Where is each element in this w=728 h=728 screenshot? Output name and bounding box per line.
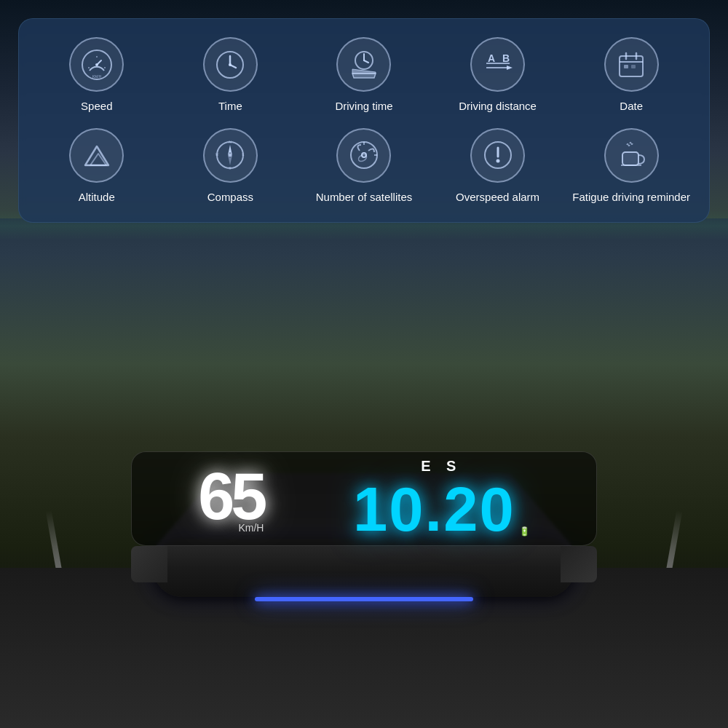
time-display: 10.20 bbox=[353, 478, 515, 540]
svg-point-1 bbox=[95, 63, 98, 66]
feature-label-fatigue: Fatigue driving reminder bbox=[572, 190, 690, 205]
svg-point-9 bbox=[229, 63, 232, 66]
hud-device bbox=[153, 539, 575, 597]
hud-screen: 65 Km/H E S 10.20 🔋 bbox=[131, 451, 597, 546]
speed-display: 65 Km/H bbox=[198, 464, 264, 534]
feature-label-driving-time: Driving time bbox=[335, 99, 392, 114]
mountain-icon bbox=[79, 138, 114, 173]
es-section: E S 10.20 🔋 bbox=[353, 458, 530, 540]
clock-icon bbox=[213, 47, 248, 82]
feature-item-date: Date bbox=[568, 37, 695, 114]
driving-distance-icon-circle: A B bbox=[470, 37, 525, 92]
svg-marker-19 bbox=[507, 66, 513, 70]
speedometer-icon-circle: KM/H bbox=[69, 37, 124, 92]
feature-label-altitude: Altitude bbox=[79, 190, 115, 205]
feature-label-satellites: Number of satellites bbox=[316, 190, 413, 205]
driving-distance-icon: A B bbox=[480, 47, 515, 82]
driving-time-icon bbox=[347, 47, 381, 82]
svg-text:N: N bbox=[229, 140, 232, 144]
feature-label-compass: Compass bbox=[207, 190, 253, 205]
svg-rect-45 bbox=[622, 152, 638, 165]
speed-unit: Km/H bbox=[238, 522, 264, 534]
calendar-icon-circle bbox=[604, 37, 659, 92]
satellite-icon-circle bbox=[336, 128, 391, 183]
hud-wing-left bbox=[131, 546, 167, 582]
alert-icon bbox=[480, 138, 515, 173]
svg-text:KM/H: KM/H bbox=[92, 74, 102, 79]
svg-text:E: E bbox=[242, 152, 245, 157]
feature-item-driving-distance: A B Driving distance bbox=[435, 37, 561, 114]
es-label: E S bbox=[421, 458, 462, 475]
coffee-icon bbox=[614, 138, 649, 173]
alert-icon-circle bbox=[470, 128, 525, 183]
feature-item-time: Time bbox=[167, 37, 294, 114]
compass-icon-circle: N S E W bbox=[203, 128, 258, 183]
svg-text:A: A bbox=[488, 52, 495, 64]
features-grid: KM/H Speed Time bbox=[33, 37, 695, 204]
speedometer-icon: KM/H bbox=[79, 47, 114, 82]
svg-marker-13 bbox=[352, 74, 376, 78]
speed-value: 65 bbox=[198, 464, 264, 529]
svg-rect-24 bbox=[624, 65, 628, 68]
feature-label-speed: Speed bbox=[81, 99, 112, 114]
svg-rect-25 bbox=[631, 65, 636, 68]
svg-point-32 bbox=[229, 154, 232, 157]
feature-label-date: Date bbox=[620, 99, 643, 114]
satellite-icon bbox=[347, 138, 381, 173]
feature-item-compass: N S E W Compass bbox=[167, 128, 294, 205]
svg-line-12 bbox=[364, 60, 368, 63]
feature-item-altitude: Altitude bbox=[33, 128, 160, 205]
feature-panel: KM/H Speed Time bbox=[18, 18, 710, 223]
coffee-icon-circle bbox=[604, 128, 659, 183]
calendar-icon bbox=[614, 47, 649, 82]
svg-text:B: B bbox=[502, 52, 510, 64]
svg-text:W: W bbox=[215, 152, 219, 157]
svg-point-44 bbox=[496, 159, 499, 163]
feature-item-satellites: Number of satellites bbox=[301, 128, 427, 205]
compass-icon: N S E W bbox=[213, 138, 248, 173]
feature-label-time: Time bbox=[218, 99, 242, 114]
hud-wing-right bbox=[561, 546, 597, 582]
feature-item-driving-time: Driving time bbox=[301, 37, 427, 114]
mountain-icon-circle bbox=[69, 128, 124, 183]
driving-time-icon-circle bbox=[336, 37, 391, 92]
feature-item-fatigue: Fatigue driving reminder bbox=[568, 128, 695, 205]
feature-label-overspeed: Overspeed alarm bbox=[456, 190, 539, 205]
feature-label-driving-distance: Driving distance bbox=[459, 99, 537, 114]
feature-item-speed: KM/H Speed bbox=[33, 37, 160, 114]
clock-icon-circle bbox=[203, 37, 258, 92]
feature-item-overspeed: Overspeed alarm bbox=[435, 128, 561, 205]
battery-icon: 🔋 bbox=[519, 526, 530, 537]
